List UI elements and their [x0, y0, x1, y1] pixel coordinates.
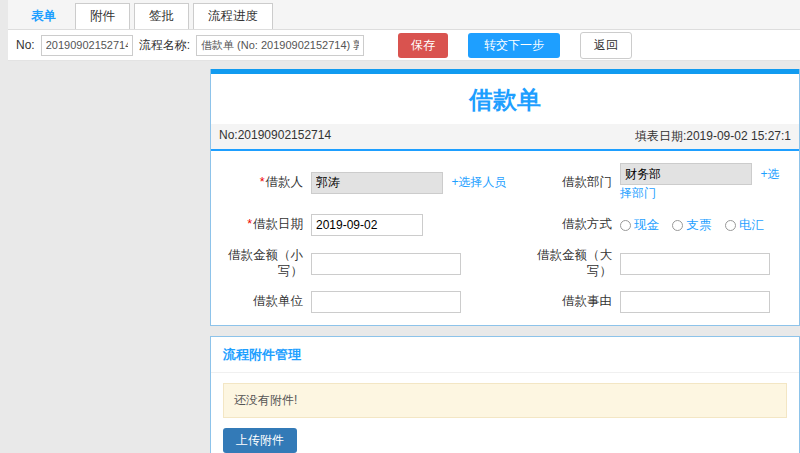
process-name-input[interactable]	[196, 35, 364, 56]
department-input[interactable]	[620, 163, 752, 185]
tab-sign[interactable]: 签批	[134, 3, 189, 29]
no-attachments-notice: 还没有附件!	[223, 383, 787, 418]
unit-input[interactable]	[311, 291, 461, 313]
radio-option-cash[interactable]: 现金	[620, 217, 659, 234]
select-person-link[interactable]: +选择人员	[451, 175, 506, 189]
amount-small-input[interactable]	[311, 253, 461, 275]
unit-field	[311, 291, 518, 313]
reason-label: 借款事由	[526, 294, 612, 310]
radio-icon[interactable]	[672, 220, 683, 231]
method-field: 现金 支票 电汇	[620, 217, 791, 234]
department-label: 借款部门	[526, 175, 612, 191]
back-button[interactable]: 返回	[580, 32, 632, 59]
form-info-bar: No:20190902152714 填表日期:2019-09-02 15:27:…	[211, 124, 799, 149]
required-mark: *	[247, 217, 252, 231]
amount-big-input[interactable]	[620, 253, 770, 275]
loan-form-panel: 借款单 No:20190902152714 填表日期:2019-09-02 15…	[210, 69, 800, 326]
no-label: No:	[16, 38, 35, 52]
department-field: +选择部门	[620, 163, 791, 202]
form-title: 借款单	[211, 74, 799, 124]
borrower-label: *借款人	[215, 175, 303, 191]
radio-option-check[interactable]: 支票	[672, 217, 711, 234]
amount-small-field	[311, 253, 518, 275]
left-gutter	[0, 0, 8, 453]
borrower-input[interactable]	[311, 172, 443, 194]
radio-label-cash[interactable]: 现金	[634, 217, 659, 234]
loan-date-input[interactable]	[311, 214, 423, 236]
amount-big-field	[620, 253, 791, 275]
unit-label: 借款单位	[215, 294, 303, 310]
process-name-label: 流程名称:	[139, 37, 190, 54]
no-input[interactable]	[41, 35, 133, 56]
tab-attachments[interactable]: 附件	[75, 3, 130, 29]
form-fill-date: 填表日期:2019-09-02 15:27:1	[635, 128, 791, 145]
content-area: 借款单 No:20190902152714 填表日期:2019-09-02 15…	[0, 61, 800, 453]
loan-form-grid: *借款人 +选择人员 借款部门 +选择部门 *借款日期 借款方式	[211, 151, 799, 325]
form-number: No:20190902152714	[219, 128, 331, 145]
radio-icon[interactable]	[620, 220, 631, 231]
attachments-header: 流程附件管理	[211, 337, 799, 373]
radio-icon[interactable]	[725, 220, 736, 231]
radio-option-wire[interactable]: 电汇	[725, 217, 764, 234]
amount-small-label: 借款金额（小写）	[215, 248, 303, 279]
tab-progress[interactable]: 流程进度	[193, 3, 273, 29]
radio-label-check[interactable]: 支票	[686, 217, 711, 234]
attachments-panel: 流程附件管理 还没有附件! 上传附件	[210, 336, 800, 453]
loan-date-label: *借款日期	[215, 217, 303, 233]
tab-form[interactable]: 表单	[16, 3, 71, 29]
action-toolbar: No: 流程名称: 保存 转交下一步 返回	[0, 30, 800, 61]
required-mark: *	[260, 175, 265, 189]
reason-field	[620, 291, 791, 313]
borrower-field: +选择人员	[311, 172, 518, 194]
next-step-button[interactable]: 转交下一步	[468, 33, 560, 58]
radio-label-wire[interactable]: 电汇	[739, 217, 764, 234]
tab-bar: 表单 附件 签批 流程进度	[0, 0, 800, 30]
amount-big-label: 借款金额（大写）	[526, 248, 612, 279]
method-label: 借款方式	[526, 217, 612, 233]
save-button[interactable]: 保存	[398, 33, 448, 58]
loan-date-field	[311, 214, 518, 236]
upload-attachment-button[interactable]: 上传附件	[223, 428, 297, 453]
reason-input[interactable]	[620, 291, 770, 313]
